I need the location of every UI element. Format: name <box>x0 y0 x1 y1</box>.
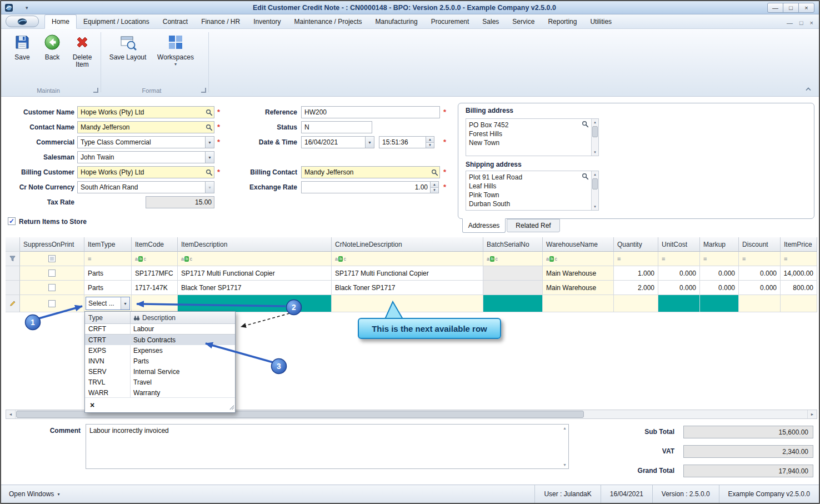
tab-maintenance-projects[interactable]: Maintenance / Projects <box>288 15 369 28</box>
commercial-dropdown[interactable]: Type Class Commercial ▾ <box>77 136 214 148</box>
chevron-down-icon[interactable]: ▾ <box>205 152 214 163</box>
open-windows-button[interactable]: Open Windows ▾ <box>1 490 59 498</box>
cell-quantity[interactable]: 2.000 <box>614 281 658 295</box>
tab-equipment-locations[interactable]: Equipment / Locations <box>77 15 156 28</box>
spin-up-icon[interactable]: ▲ <box>426 137 434 143</box>
column-header-markup[interactable]: Markup <box>700 237 739 252</box>
column-header-warehousename[interactable]: WarehouseName <box>543 237 614 252</box>
cell-markup[interactable]: 0.000 <box>700 281 739 295</box>
cell-batchserialno-mandatory[interactable] <box>483 295 543 312</box>
collapse-ribbon-icon[interactable] <box>803 85 813 93</box>
tab-procurement[interactable]: Procurement <box>424 15 476 28</box>
list-item[interactable]: SERVInternal Service <box>85 366 235 377</box>
list-item[interactable]: CTRTSub Contracts <box>85 335 235 345</box>
column-header-itemtype[interactable]: ItemType <box>84 237 132 252</box>
cell-suppressonprint[interactable] <box>20 281 84 295</box>
cell-itemtype[interactable]: Parts <box>84 281 132 295</box>
application-menu-button[interactable] <box>6 16 39 27</box>
column-header-unitcost[interactable]: UnitCost <box>658 237 700 252</box>
tab-contract[interactable]: Contract <box>156 15 194 28</box>
tab-inventory[interactable]: Inventory <box>247 15 287 28</box>
chevron-down-icon[interactable]: ▾ <box>205 137 214 148</box>
filter-itemcode[interactable]: abc <box>132 252 178 266</box>
cell-unitcost[interactable]: 0.000 <box>658 266 700 281</box>
scroll-up-icon[interactable]: ▲ <box>563 426 567 430</box>
cell-unitcost[interactable]: 0.000 <box>658 281 700 295</box>
save-button[interactable]: Save <box>6 33 39 61</box>
chevron-down-icon[interactable]: ▾ <box>121 297 129 310</box>
item-type-select-editor[interactable]: Select ... ▾ <box>84 295 132 312</box>
cell-itemprice[interactable]: 14,000.00 <box>781 266 817 281</box>
checkbox-unchecked-icon[interactable] <box>48 270 56 277</box>
billing-customer-field[interactable]: Hope Works (Pty) Ltd <box>77 166 214 178</box>
checkbox-unchecked-icon[interactable] <box>48 284 56 291</box>
lookup-header-type[interactable]: Type <box>85 312 131 323</box>
cell-itemcode[interactable] <box>132 295 178 312</box>
column-header-itemcode[interactable]: ItemCode <box>132 237 178 252</box>
resize-grip-icon[interactable] <box>228 404 234 412</box>
filter-warehousename[interactable]: abc <box>543 252 614 266</box>
checkbox-unchecked-icon[interactable] <box>48 300 56 307</box>
filter-unitcost[interactable]: = <box>658 252 700 266</box>
list-item[interactable]: EXPSExpenses <box>85 345 235 356</box>
scroll-up-icon[interactable]: ▲ <box>592 119 598 126</box>
cell-quantity[interactable] <box>614 295 658 312</box>
time-field[interactable]: 15:51:36 ▲ ▼ <box>379 136 434 148</box>
contact-name-field[interactable]: Mandy Jefferson <box>77 121 214 133</box>
filter-markup[interactable]: = <box>700 252 739 266</box>
filter-itemtype[interactable]: = <box>84 252 132 266</box>
cell-crnotelinedescription[interactable] <box>332 295 483 312</box>
column-header-crnotelinedescription[interactable]: CrNoteLineDescription <box>332 237 483 252</box>
workspaces-button[interactable]: Workspaces ▾ <box>156 33 196 67</box>
checkbox-indeterminate-icon[interactable] <box>48 255 56 262</box>
customer-name-field[interactable]: Hope Works (Pty) Ltd <box>77 106 214 118</box>
exchange-rate-spinner[interactable]: ▲ ▼ <box>430 182 438 193</box>
clear-selection-icon[interactable]: × <box>90 401 94 409</box>
tab-home[interactable]: Home <box>44 14 77 29</box>
minimize-button[interactable]: — <box>767 3 783 13</box>
billing-address-search-icon[interactable] <box>582 121 589 129</box>
column-header-discount[interactable]: Discount <box>739 237 781 252</box>
mdi-restore-icon[interactable]: □ <box>799 19 803 26</box>
time-spinner[interactable]: ▲ ▼ <box>426 137 434 148</box>
cell-itemdescription[interactable]: SP1717 Multi Functional Copier <box>178 266 332 281</box>
cell-unitcost-mandatory[interactable] <box>658 295 700 312</box>
scroll-down-icon[interactable]: ▼ <box>592 149 598 156</box>
shipping-address-scrollbar[interactable]: ▲ ▼ <box>591 171 598 210</box>
list-item[interactable]: CRFTLabour <box>85 324 235 335</box>
cell-warehousename[interactable]: Main Warehouse <box>543 281 614 295</box>
maximize-button[interactable]: □ <box>783 3 799 13</box>
list-item[interactable]: WARRWarranty <box>85 387 235 398</box>
date-field[interactable]: 16/04/2021 ▾ <box>301 136 374 148</box>
tab-sales[interactable]: Sales <box>476 15 506 28</box>
status-field[interactable]: N <box>301 121 372 133</box>
cell-itemcode[interactable]: 1717-147K <box>132 281 178 295</box>
filter-itemdescription[interactable]: abc <box>178 252 332 266</box>
column-header-itemdescription[interactable]: ItemDescription <box>178 237 332 252</box>
cell-crnotelinedescription[interactable]: SP1717 Multi Functional Copier <box>332 266 483 281</box>
list-item[interactable]: INVNParts <box>85 356 235 366</box>
billing-address-scrollbar[interactable]: ▲ ▼ <box>591 119 598 156</box>
cell-warehousename[interactable]: Main Warehouse <box>543 266 614 281</box>
close-button[interactable]: × <box>798 3 814 13</box>
filter-crnotelinedescription[interactable]: abc <box>332 252 483 266</box>
tab-service[interactable]: Service <box>506 15 541 28</box>
reference-field[interactable]: HW200 <box>301 106 440 118</box>
scroll-right-icon[interactable]: ► <box>807 410 817 418</box>
save-layout-button[interactable]: Save Layout <box>107 33 149 61</box>
billing-contact-search-icon[interactable] <box>429 169 439 176</box>
cell-discount[interactable]: 0.000 <box>739 266 781 281</box>
billing-contact-field[interactable]: Mandy Jefferson <box>301 166 440 178</box>
back-button[interactable]: Back <box>36 33 69 61</box>
scroll-down-icon[interactable]: ▼ <box>563 463 567 467</box>
billing-customer-search-icon[interactable] <box>204 169 214 176</box>
tab-utilities[interactable]: Utilities <box>583 15 618 28</box>
column-header-itemprice[interactable]: ItemPrice <box>781 237 817 252</box>
tab-finance-hr[interactable]: Finance / HR <box>194 15 247 28</box>
tab-reporting[interactable]: Reporting <box>541 15 583 28</box>
scrollbar-thumb[interactable] <box>592 178 598 189</box>
cell-markup-mandatory[interactable] <box>700 295 739 312</box>
cell-suppressonprint[interactable] <box>20 295 84 312</box>
cell-crnotelinedescription[interactable]: Black Toner SP1717 <box>332 281 483 295</box>
shipping-address-box[interactable]: Plot 91 Leaf Road Leaf Hills Pink Town D… <box>466 171 599 211</box>
